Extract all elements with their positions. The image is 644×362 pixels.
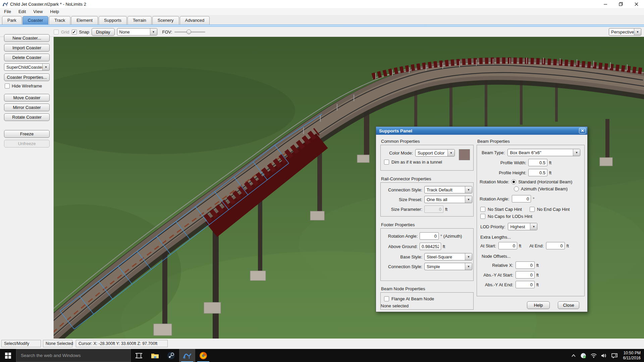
no-end-cap-checkbox[interactable] [530, 207, 535, 212]
relative-x-input[interactable] [516, 261, 535, 269]
coaster-properties-button[interactable]: Coaster Properties... [4, 73, 50, 81]
supports-panel-title: Supports Panel [376, 128, 412, 133]
coaster-select-value: SuperChildCoaster-c [4, 65, 42, 70]
file-explorer-icon [151, 352, 159, 359]
volume-icon[interactable] [601, 353, 607, 358]
title-bar[interactable]: Child Jet Coaster.nl2park * - NoLimits 2 [0, 0, 644, 8]
no-start-cap-label: No Start Cap Hint [488, 207, 522, 212]
close-window-button[interactable] [629, 0, 644, 8]
node-offsets-heading: Node Offsets... [482, 254, 584, 259]
abs-y-start-input[interactable] [516, 271, 535, 279]
camera-mode-dropdown[interactable]: Perspective ▼ [609, 28, 641, 36]
close-button[interactable]: Close [558, 301, 579, 309]
nolimits-app-button[interactable] [179, 349, 195, 362]
abs-y-end-input[interactable] [516, 281, 535, 288]
help-button[interactable]: Help [527, 301, 550, 309]
beam-type-dropdown[interactable]: Box Beam 6"x6" ▼ [507, 149, 580, 156]
grid-checkbox[interactable] [54, 29, 59, 35]
size-preset-label: Size Preset: [381, 197, 422, 202]
status-cursor-coords: Cursor: X: -28.300ft Y: 33.600ft Z: 97.7… [76, 340, 168, 347]
footer-properties-heading: Footer Properties [381, 222, 474, 227]
tray-steam-icon[interactable] [580, 353, 586, 359]
task-view-button[interactable] [131, 349, 147, 362]
selection-status-text: None selected [381, 303, 409, 308]
task-view-icon [135, 352, 143, 359]
rail-connection-style-dropdown[interactable]: Track Default ▼ [424, 186, 472, 193]
coaster-select-dropdown[interactable]: SuperChildCoaster-c ▼ [4, 63, 50, 71]
at-end-label: At End: [529, 243, 544, 248]
footer-connection-style-value: Simple [425, 264, 465, 269]
color-mode-dropdown[interactable]: Support Color ▼ [415, 149, 455, 157]
file-explorer-button[interactable] [147, 349, 163, 362]
flange-beam-node-checkbox[interactable] [384, 296, 389, 301]
restore-button[interactable] [613, 0, 629, 8]
rotation-standard-radio[interactable] [511, 179, 516, 184]
tray-chevron-up-icon[interactable] [571, 354, 576, 357]
beam-rotation-angle-input[interactable] [512, 195, 531, 202]
rotation-azimuth-radio[interactable] [514, 186, 519, 191]
support-color-swatch[interactable] [459, 149, 470, 160]
hide-wireframe-checkbox[interactable] [5, 83, 10, 88]
new-coaster-button[interactable]: New Coaster... [4, 34, 50, 42]
lod-priority-label: LOD Priority: [480, 224, 505, 229]
minimize-button[interactable] [598, 0, 613, 8]
menu-help[interactable]: Help [47, 8, 62, 15]
fov-slider-thumb[interactable] [186, 29, 191, 34]
rotate-coaster-button[interactable]: Rotate Coaster [4, 113, 50, 121]
system-tray: 10:50 PM 6/11/2016 [571, 349, 644, 362]
supports-panel-titlebar[interactable]: Supports Panel ✕ [376, 127, 587, 135]
display-mode-value: None [117, 29, 150, 35]
tab-track[interactable]: Track [49, 16, 70, 24]
lod-priority-dropdown[interactable]: Highest ▼ [508, 223, 537, 230]
no-start-cap-checkbox[interactable] [480, 207, 485, 212]
at-end-input[interactable] [546, 242, 565, 249]
tab-element[interactable]: Element [71, 16, 98, 24]
size-parameter-input[interactable] [424, 205, 443, 213]
at-start-input[interactable] [498, 242, 517, 249]
snap-checkbox[interactable]: ✓ [72, 29, 77, 35]
above-ground-input[interactable] [420, 243, 441, 250]
footer-rotation-input[interactable] [420, 232, 439, 240]
no-caps-lods-checkbox[interactable] [480, 214, 485, 219]
footer-connection-style-dropdown[interactable]: Simple ▼ [424, 263, 472, 270]
profile-height-input[interactable] [528, 169, 547, 176]
import-coaster-button[interactable]: Import Coaster [4, 44, 50, 52]
start-button[interactable] [0, 349, 16, 362]
dim-tunnel-checkbox[interactable] [384, 160, 389, 165]
mirror-coaster-button[interactable]: Mirror Coaster [4, 104, 50, 111]
action-center-icon[interactable] [611, 353, 618, 358]
delete-coaster-button[interactable]: Delete Coaster [4, 54, 50, 61]
base-style-dropdown[interactable]: Steel-Square ▼ [424, 253, 472, 260]
profile-width-input[interactable] [528, 159, 547, 166]
tab-terrain[interactable]: Terrain [127, 16, 152, 24]
move-coaster-button[interactable]: Move Coaster [4, 94, 50, 102]
fov-slider[interactable] [174, 29, 205, 34]
beam-type-label: Beam Type: [482, 150, 505, 155]
menu-edit[interactable]: Edit [15, 8, 29, 15]
tab-coaster[interactable]: Coaster [22, 16, 49, 24]
taskbar-search-input[interactable]: Search the web and Windows [16, 349, 131, 362]
supports-panel-close-icon[interactable]: ✕ [579, 128, 586, 134]
taskbar-clock[interactable]: 10:50 PM 6/11/2016 [622, 351, 641, 361]
size-preset-dropdown[interactable]: One fits all ▼ [424, 196, 472, 203]
firefox-button[interactable] [195, 349, 211, 362]
tab-park[interactable]: Park [2, 16, 22, 24]
display-button[interactable]: Display [92, 28, 115, 36]
steam-button[interactable] [163, 349, 179, 362]
wifi-icon[interactable] [591, 353, 597, 358]
profile-height-label: Profile Height: [478, 170, 526, 175]
menu-view[interactable]: View [30, 8, 46, 15]
status-bar: Select/Modify None Selected Cursor: X: -… [0, 339, 644, 349]
tab-advanced[interactable]: Advanced [180, 16, 210, 24]
chevron-down-icon: ▼ [465, 186, 472, 193]
rotation-standard-label: Standard (Horizontal Beam) [518, 179, 572, 184]
base-style-value: Steel-Square [425, 254, 465, 259]
tab-scenery[interactable]: Scenery [152, 16, 179, 24]
menu-file[interactable]: File [1, 8, 14, 15]
rotation-azimuth-label: Azimuth (Vertical Beam) [521, 186, 568, 191]
tab-supports[interactable]: Supports [99, 16, 127, 24]
display-mode-dropdown[interactable]: None ▼ [117, 28, 157, 36]
unfreeze-button[interactable]: Unfreeze [4, 140, 50, 147]
freeze-button[interactable]: Freeze [4, 130, 50, 138]
no-caps-lods-label: No Caps for LODs Hint [488, 214, 532, 219]
